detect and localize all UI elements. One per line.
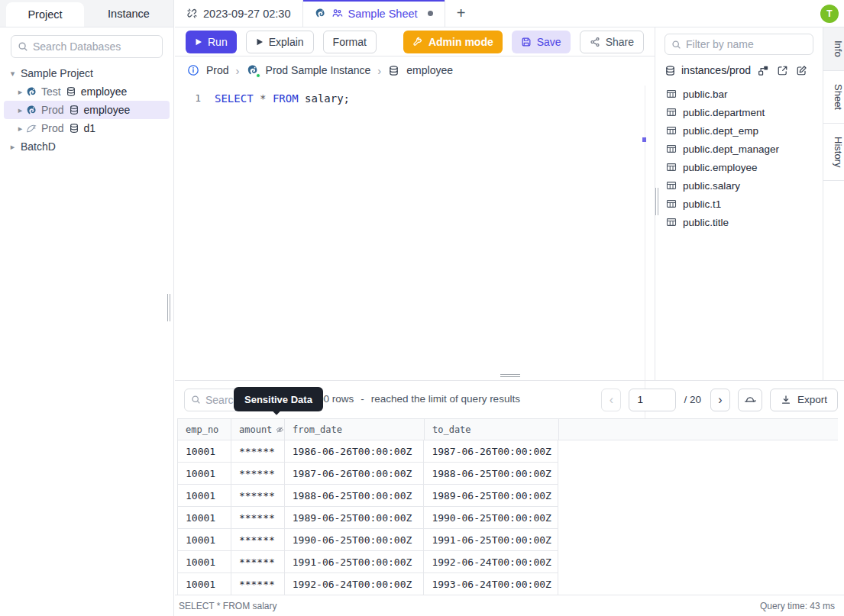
tab-history[interactable]: History: [823, 124, 844, 181]
table-row[interactable]: 10001******1992-06-24T00:00:00Z1993-06-2…: [177, 573, 558, 595]
editor-panel: Run Explain Format Admin mode Save Share…: [175, 27, 655, 380]
tab-adhoc-query[interactable]: 2023-09-27 02:30: [175, 0, 303, 27]
eye-off-icon: [276, 425, 284, 434]
table-row[interactable]: 10001******1988-06-25T00:00:00Z1989-06-2…: [177, 485, 558, 507]
new-tab-button[interactable]: +: [445, 0, 477, 27]
export-button[interactable]: Export: [770, 389, 838, 411]
editor-scrollbar[interactable]: [645, 85, 645, 421]
filter-by-name-input[interactable]: [686, 38, 807, 50]
prev-page-button[interactable]: ‹: [601, 389, 621, 411]
tab-label: 2023-09-27 02:30: [203, 8, 291, 20]
masking-hat-button[interactable]: [738, 389, 762, 411]
unsaved-dot-icon: [428, 11, 433, 16]
save-icon: [521, 37, 532, 47]
table-item[interactable]: public.bar: [655, 85, 823, 103]
schema-diagram-icon[interactable]: [758, 65, 769, 76]
caret-right-icon[interactable]: ▸: [15, 124, 26, 134]
table-list: public.bar public.department public.dept…: [655, 82, 823, 231]
table-row[interactable]: 10001******1991-06-25T00:00:00Z1992-06-2…: [177, 551, 558, 573]
right-panel-resize-handle[interactable]: [655, 188, 658, 215]
results-panel: 1000 rows - reached the limit of query r…: [175, 380, 844, 616]
caret-down-icon[interactable]: ▾: [7, 69, 18, 79]
shared-people-icon: [331, 8, 343, 19]
limit-note: reached the limit of query results: [371, 393, 520, 405]
table-icon: [666, 217, 677, 227]
table-row[interactable]: 10001******1990-06-25T00:00:00Z1991-06-2…: [177, 529, 558, 551]
table-item[interactable]: public.t1: [655, 195, 823, 213]
sensitive-data-tooltip: Sensitive Data: [234, 387, 323, 411]
tree-item-sample-project[interactable]: ▾ Sample Project: [4, 64, 170, 82]
table-icon: [666, 180, 677, 191]
avatar[interactable]: T: [820, 5, 839, 23]
tree-item-test-employee[interactable]: ▸ Test employee: [4, 82, 170, 101]
database-icon: [69, 105, 79, 115]
column-header-filler: [559, 419, 838, 440]
search-databases-input[interactable]: [33, 40, 156, 53]
table-item[interactable]: public.department: [655, 103, 823, 121]
table-item[interactable]: public.salary: [655, 176, 823, 195]
sql-editor[interactable]: 1 SELECT * FROM salary;: [175, 84, 655, 374]
external-link-icon[interactable]: [777, 65, 788, 76]
tab-project[interactable]: Project: [6, 2, 84, 27]
overview-cursor-mark: [642, 137, 646, 142]
page-number-input[interactable]: [629, 389, 676, 411]
next-page-button[interactable]: ›: [710, 389, 730, 411]
save-button[interactable]: Save: [512, 31, 571, 53]
database-tree: ▾ Sample Project ▸ Test employee ▸ Prod …: [0, 64, 173, 156]
chevron-right-icon: ›: [377, 64, 381, 77]
chevron-left-icon: ‹: [610, 393, 613, 407]
run-button[interactable]: Run: [186, 31, 237, 53]
edit-icon[interactable]: [796, 65, 807, 76]
unlink-icon: [186, 8, 198, 19]
tab-sample-sheet[interactable]: Sample Sheet: [303, 0, 445, 27]
database-search-box: [11, 35, 163, 58]
table-row[interactable]: 10001******1986-06-26T00:00:00Z1987-06-2…: [177, 440, 558, 463]
tab-instance[interactable]: Instance: [84, 0, 173, 27]
caret-right-icon[interactable]: ▸: [7, 142, 18, 152]
column-header[interactable]: emp_no: [178, 419, 231, 440]
results-table: emp_no amount from_date to_date 10001***…: [177, 418, 838, 595]
column-header[interactable]: from_date: [285, 419, 425, 440]
table-item[interactable]: public.dept_manager: [655, 140, 823, 158]
sql-operator: *: [260, 92, 266, 105]
column-header[interactable]: amount: [231, 419, 285, 440]
tree-item-batchd[interactable]: ▸ BatchD: [4, 137, 170, 156]
rows-separator: -: [361, 393, 364, 405]
table-item[interactable]: public.title: [655, 213, 823, 231]
sidebar-resize-handle[interactable]: [167, 294, 170, 321]
code-line: 1 SELECT * FROM salary;: [175, 90, 655, 107]
online-status-dot: [256, 73, 260, 78]
format-button[interactable]: Format: [323, 31, 377, 53]
info-panel: instances/prod public.bar public.departm…: [655, 27, 823, 380]
editor-toolbar: Run Explain Format Admin mode Save Share: [175, 27, 655, 56]
table-item[interactable]: public.employee: [655, 158, 823, 176]
tab-info[interactable]: Info: [823, 27, 844, 71]
results-resize-handle[interactable]: [500, 374, 520, 377]
tab-sheet[interactable]: Sheet: [823, 71, 844, 124]
connection-row: instances/prod: [655, 60, 823, 82]
table-item[interactable]: public.dept_emp: [655, 121, 823, 140]
filter-box: [665, 34, 813, 55]
caret-right-icon[interactable]: ▸: [15, 105, 26, 115]
tree-item-prod-employee[interactable]: ▸ Prod employee: [4, 101, 170, 119]
table-row[interactable]: 10001******1989-06-25T00:00:00Z1990-06-2…: [177, 507, 558, 529]
tree-item-prod-d1[interactable]: ▸ Prod d1: [4, 119, 170, 137]
search-icon: [18, 41, 28, 52]
admin-mode-button[interactable]: Admin mode: [403, 31, 503, 53]
share-button[interactable]: Share: [580, 31, 644, 53]
hat-icon: [744, 394, 756, 406]
table-row[interactable]: 10001******1987-06-26T00:00:00Z1988-06-2…: [177, 463, 558, 485]
breadcrumb-environment[interactable]: Prod: [206, 64, 229, 76]
column-header[interactable]: to_date: [425, 419, 559, 440]
explain-button[interactable]: Explain: [246, 31, 314, 53]
sql-keyword: FROM: [273, 92, 299, 105]
breadcrumb-database[interactable]: employee: [406, 64, 453, 76]
caret-right-icon[interactable]: ▸: [15, 87, 26, 97]
database-icon: [388, 65, 399, 76]
table-icon: [666, 89, 677, 99]
mysql-icon: [26, 123, 37, 134]
search-icon: [191, 395, 201, 405]
info-icon[interactable]: [187, 64, 199, 76]
database-icon: [69, 123, 79, 134]
breadcrumb-instance[interactable]: Prod Sample Instance: [266, 64, 371, 76]
